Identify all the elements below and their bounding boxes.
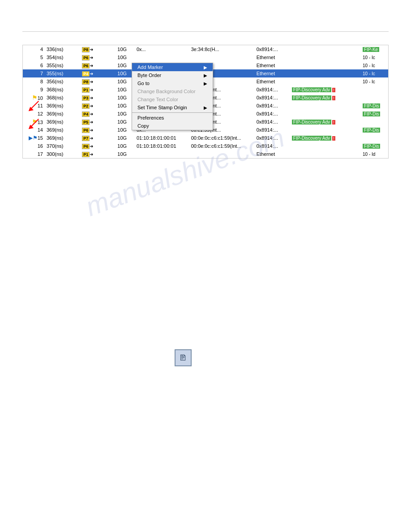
table-row[interactable]: 5 354(ns) P6➜ 10G Ethernet 10 - Ic <box>23 53 388 61</box>
marker-blue-icon: ▶⚑ <box>29 135 38 141</box>
warning-badge: ! <box>332 88 335 92</box>
direction-arrow: ➜ <box>90 144 93 149</box>
row-proto: FIP-Discovery Adv! <box>290 118 361 126</box>
row-mac2 <box>189 150 255 158</box>
row-time: 356(ns) <box>45 77 80 86</box>
table-row[interactable]: 17 300(ns) P1➜ 10G Ethernet 10 - Id <box>23 150 388 158</box>
menu-item-byte-order[interactable]: Byte Order ▶ <box>132 71 213 79</box>
row-time: 369(ns) <box>45 118 80 126</box>
top-separator <box>22 31 389 32</box>
menu-arrow-icon: ▶ <box>204 105 207 110</box>
menu-item-preferences[interactable]: Preferences <box>132 114 213 122</box>
row-mac2: 00:0e:0c:c6:c1:59(Int... <box>189 142 255 150</box>
row-port: P5➜ <box>80 118 116 126</box>
menu-item-set-time-stamp-origin[interactable]: Set Time Stamp Origin ▶ <box>132 103 213 112</box>
row-num: 6 <box>23 61 45 69</box>
row-proto <box>290 53 361 61</box>
row-num: 7 <box>23 69 45 77</box>
taskbar-icon-image: 🖹 <box>179 353 187 363</box>
port-icon: P3 <box>82 95 90 101</box>
row-num: ▶⚑15 <box>23 134 45 142</box>
red-arrow-marker-2 <box>27 117 40 131</box>
row-speed: 10G <box>116 134 135 142</box>
row-mac1 <box>135 150 189 158</box>
extra-label: 10 - Ic <box>363 55 375 60</box>
row-time: 355(ns) <box>45 61 80 69</box>
direction-arrow: ➜ <box>90 79 93 84</box>
row-mac1 <box>135 53 189 61</box>
row-mac1: 01:10:18:01:00:01 <box>135 134 189 142</box>
taskbar-icon[interactable]: 🖹 <box>175 349 192 366</box>
row-port: P8➜ <box>80 45 116 53</box>
menu-arrow-icon: ▶ <box>204 73 207 78</box>
row-type: Ethernet <box>255 53 290 61</box>
menu-item-label: Preferences <box>137 115 164 120</box>
row-proto: FIP-Discovery Adv! <box>290 86 361 94</box>
row-num: 4 <box>23 45 45 53</box>
row-extra <box>361 134 388 142</box>
port-icon: P8 <box>82 47 90 52</box>
row-port: P2➜ <box>80 102 116 110</box>
fip-dis-badge: FIP-Dis <box>363 144 380 149</box>
row-proto: FIP-Discovery Adv! <box>290 94 361 102</box>
menu-item-copy[interactable]: Copy <box>132 122 213 130</box>
row-type: Ethernet <box>255 69 290 77</box>
menu-item-label: Change Text Color <box>137 97 178 102</box>
row-port: P6➜ <box>80 61 116 69</box>
row-mac1: 0x... <box>135 45 189 53</box>
row-time: 369(ns) <box>45 126 80 134</box>
menu-item-go-to[interactable]: Go to ▶ <box>132 79 213 87</box>
fip-discovery-badge: FIP-Discovery Adv <box>292 136 331 141</box>
row-type: 0x8914:... <box>255 118 290 126</box>
port-icon: P7 <box>82 136 90 141</box>
fip-dis-badge: FIP-Dis <box>363 103 380 108</box>
direction-arrow: ➜ <box>90 120 93 124</box>
port-icon: P1 <box>82 87 90 93</box>
fip-discovery-badge: FIP-Discovery Adv <box>292 87 331 92</box>
row-extra <box>361 94 388 102</box>
row-proto <box>290 61 361 69</box>
table-row[interactable]: 4 336(ns) P8➜ 10G 0x... 3e:34:8c(H... 0x… <box>23 45 388 53</box>
direction-arrow: ➜ <box>90 87 93 92</box>
row-port: P1➜ <box>80 150 116 158</box>
table-row[interactable]: ▶⚑15 369(ns) P7➜ 10G 01:10:18:01:00:01 0… <box>23 134 388 142</box>
extra-label: 10 - Id <box>363 152 375 157</box>
direction-arrow: ➜ <box>90 95 93 100</box>
table-row[interactable]: 16 370(ns) P6➜ 10G 01:10:18:01:00:01 00:… <box>23 142 388 150</box>
row-time: 336(ns) <box>45 45 80 53</box>
menu-item-label: Add Marker <box>137 64 163 70</box>
fip-dis-badge: FIP-Dis <box>363 128 380 133</box>
row-proto <box>290 45 361 53</box>
row-type: 0x8914:... <box>255 86 290 94</box>
row-type: Ethernet <box>255 61 290 69</box>
port-icon: P8 <box>82 79 90 85</box>
row-extra: 10 - Ic <box>361 61 388 69</box>
row-time: 354(ns) <box>45 53 80 61</box>
fip-dis-badge: FIP-Dis <box>363 112 380 116</box>
row-port: P6➜ <box>80 53 116 61</box>
row-type: 0x8914:... <box>255 126 290 134</box>
port-icon: P6 <box>82 63 90 69</box>
row-speed: 10G <box>116 53 135 61</box>
menu-arrow-icon: ▶ <box>204 65 207 70</box>
row-proto <box>290 142 361 150</box>
port-icon: P6 <box>82 55 90 60</box>
fip-discovery-badge: FIP-Discovery Adv <box>292 95 331 100</box>
menu-item-change-background-color: Change Background Color <box>132 87 213 95</box>
direction-arrow: ➜ <box>90 103 93 108</box>
row-extra: FIP-Dis <box>361 110 388 118</box>
row-port: P6➜ <box>80 142 116 150</box>
menu-item-change-text-color: Change Text Color <box>132 95 213 103</box>
row-type: Ethernet <box>255 150 290 158</box>
row-proto <box>290 77 361 86</box>
menu-item-add-marker[interactable]: Add Marker ▶ <box>132 63 213 71</box>
row-port: P6➜ <box>80 126 116 134</box>
row-time: 368(ns) <box>45 94 80 102</box>
port-icon: P5 <box>82 120 90 125</box>
row-extra: FIP-Dis <box>361 102 388 110</box>
row-num: 5 <box>23 53 45 61</box>
warning-badge: ! <box>332 136 335 141</box>
fip-discovery-badge: FIP-Discovery Adv <box>292 120 331 124</box>
direction-arrow: ➜ <box>90 136 93 141</box>
direction-arrow: ➜ <box>90 152 93 157</box>
